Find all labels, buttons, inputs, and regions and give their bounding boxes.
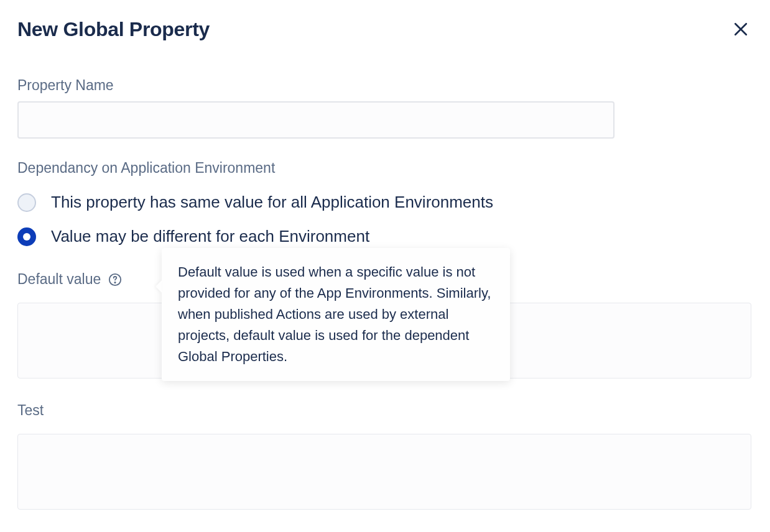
radio-button-selected bbox=[17, 227, 36, 246]
property-name-label: Property Name bbox=[17, 77, 753, 94]
radio-option-different-value[interactable]: Value may be different for each Environm… bbox=[17, 227, 753, 246]
help-icon[interactable] bbox=[108, 273, 122, 287]
default-value-tooltip: Default value is used when a specific va… bbox=[162, 248, 510, 381]
close-button[interactable] bbox=[729, 17, 753, 41]
radio-label: This property has same value for all App… bbox=[51, 193, 493, 212]
property-name-input[interactable] bbox=[17, 101, 615, 139]
test-label: Test bbox=[17, 402, 44, 419]
close-icon bbox=[731, 20, 750, 39]
default-value-label: Default value bbox=[17, 271, 101, 288]
dialog-title: New Global Property bbox=[17, 18, 210, 41]
radio-label: Value may be different for each Environm… bbox=[51, 227, 369, 246]
test-input[interactable] bbox=[17, 434, 751, 510]
svg-point-3 bbox=[115, 282, 116, 282]
radio-button-unselected bbox=[17, 193, 36, 212]
radio-option-same-value[interactable]: This property has same value for all App… bbox=[17, 193, 753, 212]
dependency-section-label: Dependancy on Application Environment bbox=[17, 160, 753, 177]
